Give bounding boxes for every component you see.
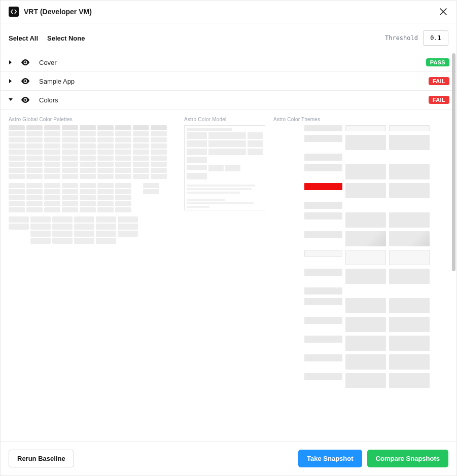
close-button[interactable] [438,7,448,17]
scrollbar-thumb[interactable] [452,53,455,271]
chevron-right-icon [9,79,13,84]
color-model-card [184,125,265,210]
window-title: VRT (Developer VM) [24,8,92,16]
eye-icon [21,78,30,84]
compare-snapshots-button[interactable]: Compare Snapshots [367,450,448,467]
themes-grid [273,125,436,388]
select-all-button[interactable]: Select All [9,34,38,42]
expand-toggle[interactable] [8,79,14,84]
threshold-label: Threshold [385,34,418,42]
palette-grid-mid [9,183,176,212]
svg-point-0 [24,61,26,63]
panel-title: Astro Color Model [184,117,265,122]
eye-icon [21,97,30,103]
chevron-down-icon [8,98,13,102]
controls-bar: Select All Select None Threshold [1,23,456,53]
app-icon [9,7,19,17]
test-row-colors[interactable]: Colors FAIL [1,91,456,109]
chevron-right-icon [9,60,13,65]
visibility-toggle[interactable] [21,78,30,84]
app-window: VRT (Developer VM) Select All Select Non… [0,0,457,476]
header: VRT (Developer VM) [1,1,456,23]
test-name: Cover [39,59,57,66]
footer: Rerun Baseline Take Snapshot Compare Sna… [1,441,456,475]
palette-grid-top: /* rendered below via innerHTML hack? no… [9,125,176,179]
select-none-button[interactable]: Select None [47,34,85,42]
svg-point-2 [24,99,26,101]
eye-icon [21,59,30,65]
expand-toggle[interactable] [8,98,14,102]
test-row-sample-app[interactable]: Sample App FAIL [1,72,456,91]
diff-highlight [187,165,207,170]
close-icon [440,8,447,15]
diff-panel-color-model: Astro Color Model [184,117,265,388]
test-name: Colors [39,96,58,104]
svg-point-1 [24,80,26,82]
threshold-input[interactable] [423,30,448,46]
rerun-baseline-button[interactable]: Rerun Baseline [9,450,74,467]
visibility-toggle[interactable] [21,97,30,103]
take-snapshot-button[interactable]: Take Snapshot [298,450,362,467]
status-badge: FAIL [429,96,449,104]
test-row-cover[interactable]: Cover PASS [1,53,456,72]
status-badge: PASS [426,58,449,66]
status-badge: FAIL [429,77,449,85]
panel-title: Astro Color Themes [273,117,436,122]
panel-title: Astro Global Color Palettes [9,117,176,122]
palette-grid-bot [9,216,176,244]
expand-toggle[interactable] [8,60,14,65]
diff-highlight [304,183,342,190]
test-list: Cover PASS Sample App FAIL Colors [1,53,456,441]
visibility-toggle[interactable] [21,59,30,65]
diff-panel-palettes: Astro Global Color Palettes /* rendered … [9,117,176,388]
code-icon [11,9,17,15]
diff-panel-color-themes: Astro Color Themes [273,117,436,388]
test-expanded-colors: Astro Global Color Palettes /* rendered … [1,109,456,398]
test-name: Sample App [39,78,75,85]
